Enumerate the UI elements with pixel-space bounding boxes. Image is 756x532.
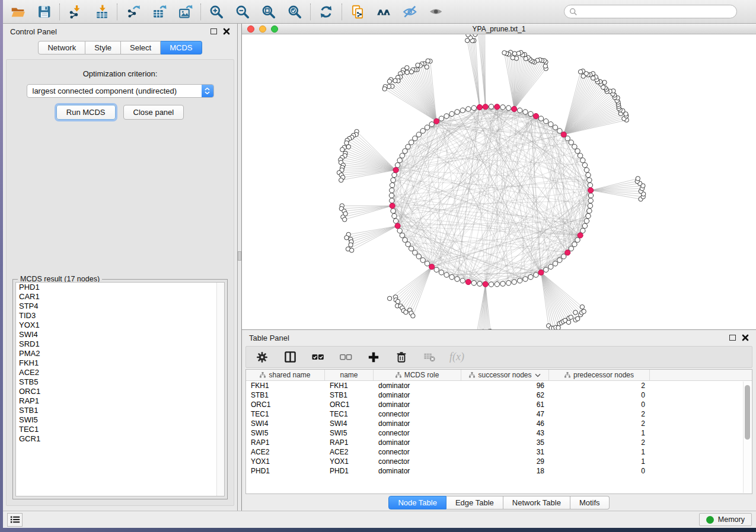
float-table-panel-icon[interactable] xyxy=(729,335,736,341)
mcds-result-item[interactable]: CAR1 xyxy=(16,292,224,302)
show-all-icon[interactable] xyxy=(428,4,444,20)
table-toolbar: f(x) xyxy=(245,346,752,368)
splitter-grip[interactable] xyxy=(238,251,241,261)
column-header-name[interactable]: name xyxy=(325,370,374,380)
mcds-result-item[interactable]: SWI4 xyxy=(16,330,224,339)
mcds-result-item[interactable]: FKH1 xyxy=(16,358,224,368)
mcds-result-item[interactable]: ACE2 xyxy=(16,368,224,377)
tab-network[interactable]: Network xyxy=(38,41,85,55)
table-row[interactable]: ACE2ACE2connector311 xyxy=(246,447,752,457)
zoom-in-icon[interactable] xyxy=(209,4,224,20)
zoom-selected-icon[interactable] xyxy=(287,4,302,20)
mcds-result-item[interactable]: TID3 xyxy=(16,311,224,321)
optimization-criterion-select[interactable]: largest connected component (undirected) xyxy=(27,84,214,98)
table-row[interactable]: STB1STB1dominator620 xyxy=(246,390,752,400)
dropdown-stepper-icon xyxy=(202,85,213,97)
result-list-scrollbar[interactable] xyxy=(216,283,224,496)
column-header-predecessor-nodes[interactable]: predecessor nodes xyxy=(549,370,650,380)
search-field[interactable] xyxy=(564,5,737,18)
tab-motifs[interactable]: Motifs xyxy=(570,496,610,509)
run-mcds-button[interactable]: Run MCDS xyxy=(56,105,116,120)
network-canvas[interactable] xyxy=(242,34,756,329)
close-panel-icon[interactable] xyxy=(223,28,230,35)
mcds-result-group: MCDS result (17 nodes) PHD1CAR1STP4TID3Y… xyxy=(12,279,228,499)
mcds-result-item[interactable]: SRD1 xyxy=(16,339,224,349)
column-header-shared-name[interactable]: shared name xyxy=(246,370,325,380)
tab-mcds[interactable]: MCDS xyxy=(161,41,202,55)
import-table-icon[interactable] xyxy=(94,4,109,20)
task-history-button[interactable] xyxy=(7,513,23,527)
deselect-all-icon[interactable] xyxy=(338,350,353,365)
hide-selected-icon[interactable] xyxy=(402,4,417,20)
cell-name: TEC1 xyxy=(325,409,374,419)
table-row[interactable]: RAP1RAP1dominator352 xyxy=(246,438,752,447)
table-tabs: Node TableEdge TableNetwork TableMotifs xyxy=(388,496,609,509)
table-row[interactable]: PHD1PHD1dominator180 xyxy=(246,466,752,476)
table-row[interactable]: TEC1TEC1connector472 xyxy=(246,409,752,419)
close-table-panel-icon[interactable] xyxy=(742,334,749,341)
cell-successor-nodes: 43 xyxy=(461,428,549,438)
zoom-fit-icon[interactable] xyxy=(261,4,276,20)
save-session-icon[interactable] xyxy=(36,4,52,20)
mcds-result-item[interactable]: PHD1 xyxy=(16,283,224,292)
table-row[interactable]: FKH1FKH1dominator962 xyxy=(246,381,752,390)
table-row[interactable]: ORC1ORC1dominator610 xyxy=(246,400,752,409)
select-all-icon[interactable] xyxy=(310,350,326,365)
tab-select[interactable]: Select xyxy=(121,41,161,55)
add-column-icon[interactable] xyxy=(366,350,381,365)
table-row[interactable]: YOX1YOX1connector291 xyxy=(246,457,752,466)
export-image-icon[interactable] xyxy=(177,4,193,20)
close-panel-button[interactable]: Close panel xyxy=(123,105,184,120)
mcds-result-item[interactable]: ORC1 xyxy=(16,387,224,396)
mcds-result-list[interactable]: PHD1CAR1STP4TID3YOX1SWI4SRD1PMA2FKH1ACE2… xyxy=(15,282,225,496)
tab-edge-table[interactable]: Edge Table xyxy=(446,496,503,509)
mcds-result-item[interactable]: RAP1 xyxy=(16,396,224,406)
mcds-result-item[interactable]: STB5 xyxy=(16,377,224,387)
search-input[interactable] xyxy=(580,8,732,16)
mcds-result-item[interactable]: STB1 xyxy=(16,406,224,415)
export-network-icon[interactable] xyxy=(125,4,141,20)
column-header-successor-nodes[interactable]: successor nodes xyxy=(461,370,549,380)
cell-successor-nodes: 29 xyxy=(461,457,549,466)
zoom-out-icon[interactable] xyxy=(235,4,250,20)
settings-gear-icon[interactable] xyxy=(254,350,270,365)
table-scrollbar[interactable] xyxy=(743,382,751,493)
network-window-titlebar[interactable]: YPA_prune.txt_1 xyxy=(242,24,756,34)
function-builder-icon[interactable]: f(x) xyxy=(449,351,464,363)
refresh-icon[interactable] xyxy=(318,4,334,20)
first-neighbors-icon[interactable] xyxy=(376,4,391,20)
table-panel: Table Panel xyxy=(242,330,756,511)
column-header-mcds-role[interactable]: MCDS role xyxy=(374,370,461,380)
mcds-result-item[interactable]: PMA2 xyxy=(16,349,224,358)
import-network-icon[interactable] xyxy=(68,4,83,20)
mcds-result-item[interactable]: TEC1 xyxy=(16,425,224,434)
mcds-result-item[interactable]: SWI5 xyxy=(16,415,224,425)
show-columns-icon[interactable] xyxy=(282,350,298,365)
cell-mcds-role: dominator xyxy=(374,390,461,400)
tab-node-table[interactable]: Node Table xyxy=(388,496,446,509)
clone-network-icon[interactable] xyxy=(350,4,365,20)
panel-splitter[interactable] xyxy=(237,24,242,511)
application-window: Control Panel NetworkStyleSelectMCDS Opt… xyxy=(3,0,756,528)
cell-mcds-role: connector xyxy=(374,457,461,466)
table-row[interactable]: SWI5SWI5connector431 xyxy=(246,428,752,438)
table-row[interactable]: SWI4SWI4dominator462 xyxy=(246,419,752,428)
delete-column-icon[interactable] xyxy=(394,350,409,365)
tab-network-table[interactable]: Network Table xyxy=(503,496,570,509)
table-scrollbar-thumb[interactable] xyxy=(745,385,750,440)
cell-predecessor-nodes: 2 xyxy=(549,419,650,428)
cell-name: STB1 xyxy=(325,390,374,400)
float-panel-icon[interactable] xyxy=(210,28,217,34)
cell-shared-name: TEC1 xyxy=(246,409,325,419)
column-type-icon xyxy=(260,372,266,378)
open-file-icon[interactable] xyxy=(10,4,25,20)
cell-successor-nodes: 96 xyxy=(461,381,549,390)
mcds-result-item[interactable]: GCR1 xyxy=(16,434,224,444)
tab-style[interactable]: Style xyxy=(85,41,121,55)
delete-table-icon[interactable] xyxy=(422,350,437,365)
export-table-icon[interactable] xyxy=(151,4,167,20)
memory-button[interactable]: Memory xyxy=(699,513,752,526)
node-table[interactable]: shared namenameMCDS rolesuccessor nodesp… xyxy=(245,369,752,494)
mcds-result-item[interactable]: YOX1 xyxy=(16,321,224,330)
mcds-result-item[interactable]: STP4 xyxy=(16,302,224,311)
